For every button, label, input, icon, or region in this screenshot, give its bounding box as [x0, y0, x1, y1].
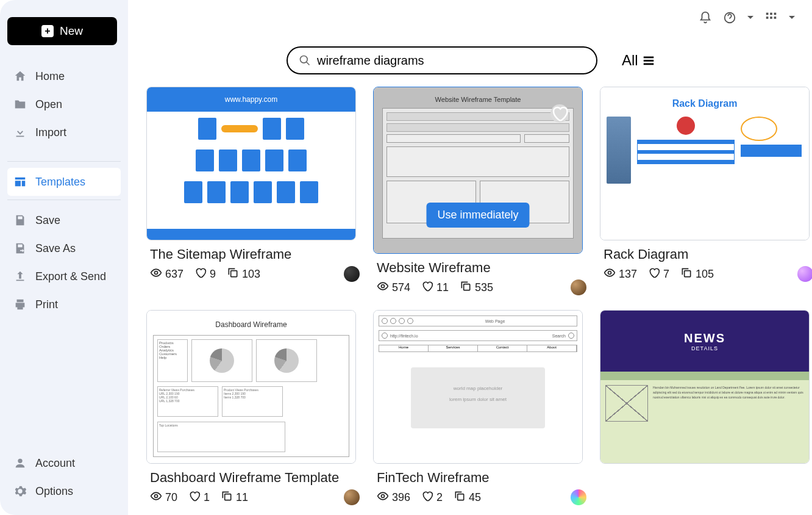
eye-icon [377, 280, 389, 295]
copies-stat: 11 [221, 490, 248, 505]
template-card[interactable]: www.happy.com The Sitemap Wireframe 637 … [146, 87, 360, 295]
sidebar-item-label: Save [35, 214, 60, 227]
use-immediately-button[interactable]: Use immediately [426, 203, 529, 228]
plus-icon: + [41, 25, 54, 37]
eye-icon [604, 267, 616, 282]
copies-count: 11 [236, 491, 248, 504]
copies-stat: 105 [680, 267, 714, 282]
svg-rect-4 [774, 13, 777, 15]
template-card[interactable]: Dashboard WireframeProductsOrdersAnalyti… [146, 310, 360, 505]
bell-icon[interactable] [699, 11, 712, 24]
template-card[interactable]: NEWSDETAILSHamdan bin Mohammed issues re… [600, 310, 812, 505]
views-stat: 574 [377, 280, 410, 295]
template-title: FinTech Wireframe [377, 470, 586, 486]
author-avatar[interactable] [344, 266, 360, 282]
menu-icon [642, 54, 655, 67]
new-button[interactable]: + New [7, 17, 117, 45]
sidebar-item-save[interactable]: Save [7, 206, 121, 234]
likes-stat: 1 [188, 490, 210, 505]
template-thumbnail[interactable]: www.happy.com [146, 87, 356, 240]
template-thumbnail[interactable]: Web Pagehttp://fintech.ioSearchHomeServi… [373, 310, 583, 464]
svg-rect-2 [766, 13, 769, 15]
sidebar-item-options[interactable]: Options [7, 477, 121, 505]
divider [7, 161, 121, 162]
svg-rect-9 [643, 57, 654, 59]
heart-icon [188, 490, 201, 505]
heart-icon [194, 267, 207, 282]
template-title: The Sitemap Wireframe [150, 247, 360, 262]
sidebar-item-account[interactable]: Account [7, 449, 121, 477]
help-icon[interactable] [723, 11, 736, 24]
views-stat: 637 [150, 267, 183, 282]
template-card[interactable]: Rack Diagram Rack Diagram 137 7 105 [600, 87, 812, 295]
copies-count: 535 [475, 281, 493, 294]
apps-icon[interactable] [764, 11, 778, 24]
filter-all[interactable]: All [622, 52, 655, 69]
svg-rect-3 [770, 13, 772, 15]
author-avatar[interactable] [344, 489, 360, 505]
chevron-down-icon[interactable] [747, 11, 753, 24]
sidebar-item-open[interactable]: Open [7, 90, 121, 118]
likes-stat: 11 [421, 280, 449, 295]
sidebar-item-import[interactable]: Import [7, 118, 121, 146]
svg-rect-10 [643, 60, 654, 62]
sidebar-item-label: Open [35, 98, 62, 111]
copy-icon [227, 267, 239, 282]
copy-icon [460, 280, 472, 295]
views-count: 396 [392, 491, 410, 504]
author-avatar[interactable] [571, 489, 586, 505]
template-thumbnail[interactable]: Rack Diagram [600, 87, 810, 240]
sidebar-item-print[interactable]: Print [7, 290, 121, 319]
home-icon [13, 70, 27, 83]
views-count: 137 [619, 268, 637, 281]
account-icon [13, 456, 27, 470]
sidebar-item-export[interactable]: Export & Send [7, 262, 121, 290]
author-avatar[interactable] [797, 266, 812, 282]
template-stats: 637 9 103 [146, 266, 360, 282]
sidebar-item-label: Save As [35, 242, 76, 255]
views-stat: 70 [150, 490, 177, 505]
sidebar-item-saveas[interactable]: Save As [7, 234, 121, 262]
copy-icon [680, 267, 693, 282]
svg-rect-19 [225, 494, 231, 500]
svg-rect-17 [685, 270, 691, 276]
folder-icon [13, 98, 27, 111]
svg-rect-13 [231, 270, 237, 276]
heart-icon [421, 490, 433, 505]
template-card[interactable]: Website Wireframe Template Use immediate… [373, 87, 586, 295]
filter-label: All [622, 52, 638, 69]
copy-icon [454, 490, 466, 505]
saveas-icon [13, 242, 27, 255]
svg-point-20 [382, 494, 385, 497]
chevron-down-icon[interactable] [789, 11, 795, 24]
sidebar-item-label: Print [35, 298, 58, 311]
svg-point-12 [155, 271, 158, 274]
sidebar-item-templates[interactable]: Templates [7, 168, 121, 196]
sidebar-item-home[interactable]: Home [7, 62, 121, 90]
template-grid: www.happy.com The Sitemap Wireframe 637 … [146, 87, 806, 505]
svg-point-0 [18, 459, 22, 463]
eye-icon [150, 490, 162, 505]
likes-stat: 7 [648, 267, 669, 282]
favorite-badge[interactable] [550, 104, 569, 123]
heart-icon [421, 280, 433, 295]
views-count: 637 [165, 268, 183, 281]
search-box[interactable] [287, 46, 597, 74]
print-icon [13, 298, 27, 311]
sidebar-item-label: Import [35, 126, 66, 139]
author-avatar[interactable] [571, 279, 586, 295]
views-count: 70 [165, 491, 177, 504]
views-stat: 396 [377, 490, 410, 505]
template-card[interactable]: Web Pagehttp://fintech.ioSearchHomeServi… [373, 310, 586, 505]
sidebar-item-label: Export & Send [35, 270, 106, 283]
likes-count: 1 [204, 491, 210, 504]
copies-stat: 103 [227, 267, 260, 282]
template-thumbnail[interactable]: Dashboard WireframeProductsOrdersAnalyti… [146, 310, 356, 464]
template-thumbnail[interactable]: Website Wireframe Template Use immediate… [373, 87, 583, 254]
template-thumbnail[interactable]: NEWSDETAILSHamdan bin Mohammed issues re… [600, 310, 810, 464]
search-input[interactable] [317, 54, 585, 68]
sidebar-item-label: Templates [35, 176, 85, 189]
views-stat: 137 [604, 267, 637, 282]
likes-stat: 9 [194, 267, 216, 282]
gear-icon [13, 484, 27, 498]
